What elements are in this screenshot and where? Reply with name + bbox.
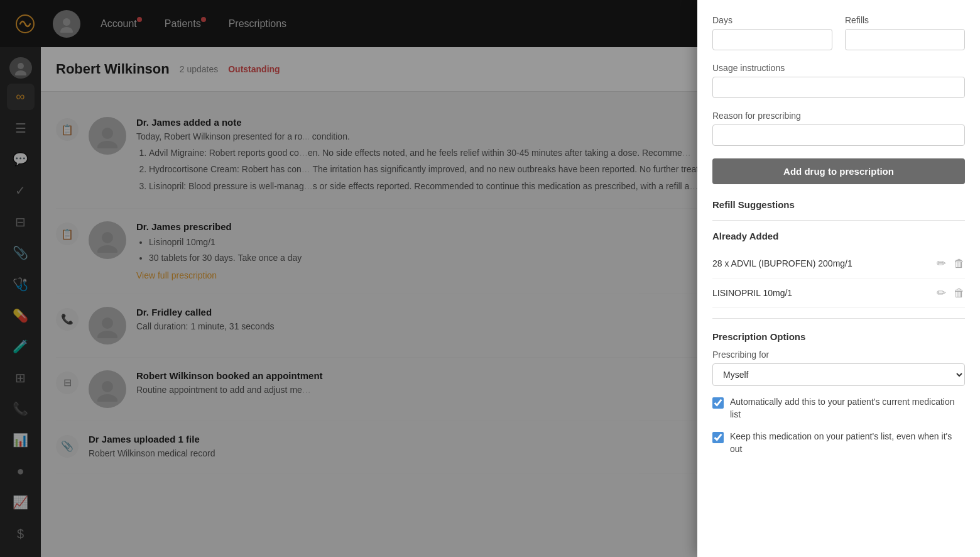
divider-1 xyxy=(712,220,965,221)
prescribing-for-label: Prescribing for xyxy=(712,350,965,360)
divider-2 xyxy=(712,318,965,319)
days-label: Days xyxy=(712,15,832,25)
already-added-heading: Already Added xyxy=(712,231,965,241)
days-refills-row: Days Refills xyxy=(712,15,965,50)
auto-add-label: Automatically add this to your patient's… xyxy=(730,396,965,421)
drug-actions-lisinopril: ✏ 🗑 xyxy=(937,286,965,300)
edit-drug-lisinopril[interactable]: ✏ xyxy=(937,286,946,300)
refill-suggestions-heading: Refill Suggestions xyxy=(712,199,965,210)
usage-input[interactable] xyxy=(712,77,965,98)
usage-group: Usage instructions xyxy=(712,63,965,98)
drug-name-advil: 28 x ADVIL (IBUPROFEN) 200mg/1 xyxy=(712,258,852,268)
checkbox-auto-add: Automatically add this to your patient's… xyxy=(712,396,965,421)
checkbox-keep-medication: Keep this medication on your patient's l… xyxy=(712,431,965,455)
keep-medication-label: Keep this medication on your patient's l… xyxy=(730,431,965,455)
prescription-modal: Days Refills Usage instructions Reason f… xyxy=(697,0,980,557)
refills-group: Refills xyxy=(845,15,965,50)
drug-actions-advil: ✏ 🗑 xyxy=(937,256,965,270)
days-group: Days xyxy=(712,15,832,50)
delete-drug-advil[interactable]: 🗑 xyxy=(954,256,965,270)
delete-drug-lisinopril[interactable]: 🗑 xyxy=(954,286,965,300)
refills-input[interactable] xyxy=(845,29,965,50)
keep-medication-checkbox[interactable] xyxy=(712,432,724,443)
refills-label: Refills xyxy=(845,15,965,25)
prescribing-for-select[interactable]: Myself Patient xyxy=(712,363,965,386)
drug-item-advil: 28 x ADVIL (IBUPROFEN) 200mg/1 ✏ 🗑 xyxy=(712,249,965,278)
usage-label: Usage instructions xyxy=(712,63,965,73)
add-drug-button[interactable]: Add drug to prescription xyxy=(712,158,965,184)
auto-add-checkbox[interactable] xyxy=(712,397,724,409)
edit-drug-advil[interactable]: ✏ xyxy=(937,256,946,270)
reason-input[interactable] xyxy=(712,124,965,146)
prescription-options: Prescription Options Prescribing for Mys… xyxy=(712,331,965,455)
prescription-options-heading: Prescription Options xyxy=(712,331,965,342)
drug-name-lisinopril: LISINOPRIL 10mg/1 xyxy=(712,288,792,298)
drug-item-lisinopril: LISINOPRIL 10mg/1 ✏ 🗑 xyxy=(712,278,965,308)
modal-content: Days Refills Usage instructions Reason f… xyxy=(697,0,980,480)
reason-label: Reason for prescribing xyxy=(712,111,965,121)
days-input[interactable] xyxy=(712,29,832,50)
reason-group: Reason for prescribing xyxy=(712,111,965,146)
